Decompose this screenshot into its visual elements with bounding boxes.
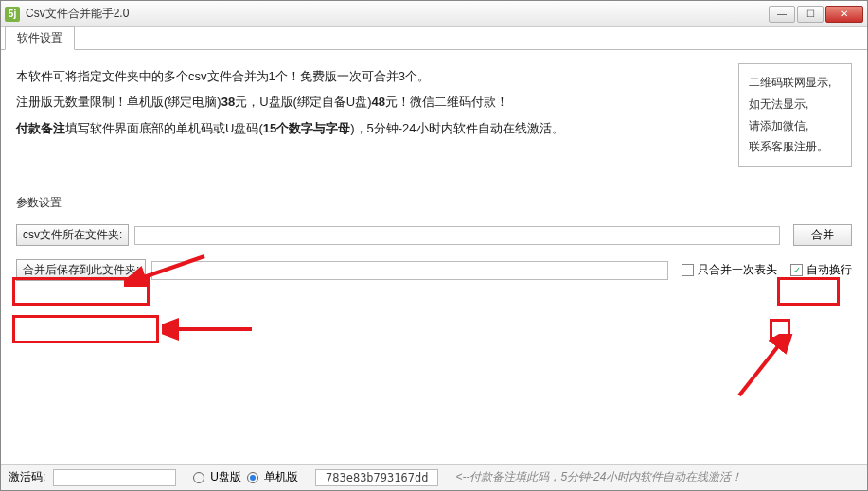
bottom-bar: 激活码: U盘版 单机版 783e83b793167dd <--付款备注填此码，…: [1, 464, 867, 490]
price-usb: 48: [372, 95, 385, 109]
svg-line-2: [739, 342, 782, 395]
tabstrip: 软件设置: [1, 27, 867, 50]
qr-line-2: 如无法显示,: [749, 94, 841, 115]
arrow-to-dest: [162, 315, 257, 343]
source-folder-input[interactable]: [134, 226, 780, 245]
dest-folder-row: 合并后保存到此文件夹: 只合并一次表头 自动换行: [16, 259, 852, 281]
only-header-checkbox[interactable]: [682, 264, 694, 276]
qr-line-1: 二维码联网显示,: [749, 72, 841, 94]
minimize-button[interactable]: —: [769, 6, 795, 23]
only-header-group: 只合并一次表头: [682, 262, 777, 278]
params-section-label: 参数设置: [16, 195, 852, 211]
highlight-source-button: [12, 277, 150, 306]
merge-button[interactable]: 合并: [793, 224, 852, 246]
radio-usb[interactable]: [193, 472, 204, 483]
radio-single[interactable]: [247, 472, 258, 483]
machine-code-display: 783e83b793167dd: [315, 469, 438, 486]
desc-line-3: 付款备注填写软件界面底部的单机码或U盘码(15个数字与字母)，5分钟-24小时内…: [16, 115, 723, 141]
version-radio-group: U盘版 单机版: [193, 469, 298, 485]
highlight-merge-button: [777, 277, 840, 306]
radio-usb-label: U盘版: [210, 469, 241, 485]
arrow-to-autowrap: [730, 334, 806, 400]
source-folder-button[interactable]: csv文件所在文件夹:: [16, 224, 129, 246]
highlight-auto-wrap: [770, 319, 790, 340]
price-single: 38: [221, 95, 235, 109]
auto-wrap-checkbox[interactable]: [790, 264, 803, 276]
maximize-button[interactable]: ☐: [797, 6, 824, 23]
titlebar: 5j Csv文件合并能手2.0 — ☐ ✕: [1, 1, 867, 27]
radio-single-label: 单机版: [264, 469, 298, 485]
activation-label: 激活码:: [9, 469, 45, 485]
qr-message-box: 二维码联网显示, 如无法显示, 请添加微信, 联系客服注册。: [738, 63, 852, 167]
dest-folder-button[interactable]: 合并后保存到此文件夹:: [16, 259, 146, 281]
close-button[interactable]: ✕: [825, 6, 863, 23]
highlight-dest-button: [12, 315, 159, 343]
only-header-label: 只合并一次表头: [698, 262, 777, 278]
activation-code-input[interactable]: [53, 469, 176, 486]
app-window: 5j Csv文件合并能手2.0 — ☐ ✕ 软件设置 本软件可将指定文件夹中的多…: [0, 0, 868, 491]
auto-wrap-label: 自动换行: [806, 262, 852, 278]
auto-wrap-group: 自动换行: [790, 262, 852, 278]
top-row: 本软件可将指定文件夹中的多个csv文件合并为1个！免费版一次可合并3个。 注册版…: [16, 63, 852, 167]
tab-settings[interactable]: 软件设置: [5, 26, 75, 50]
qr-line-3: 请添加微信,: [749, 115, 841, 137]
content-area: 本软件可将指定文件夹中的多个csv文件合并为1个！免费版一次可合并3个。 注册版…: [1, 50, 867, 464]
window-controls: — ☐ ✕: [769, 6, 863, 23]
description-text: 本软件可将指定文件夹中的多个csv文件合并为1个！免费版一次可合并3个。 注册版…: [16, 63, 723, 141]
qr-line-4: 联系客服注册。: [749, 136, 841, 158]
desc-line-2: 注册版无数量限制！单机版(绑定电脑)38元，U盘版(绑定自备U盘)48元！微信二…: [16, 89, 723, 114]
activation-hint: <--付款备注填此码，5分钟-24小时内软件自动在线激活！: [455, 469, 742, 485]
window-title: Csv文件合并能手2.0: [26, 6, 769, 22]
desc-line-1: 本软件可将指定文件夹中的多个csv文件合并为1个！免费版一次可合并3个。: [16, 63, 723, 89]
source-folder-row: csv文件所在文件夹: 合并: [16, 224, 852, 246]
app-icon: 5j: [5, 7, 20, 22]
dest-folder-input[interactable]: [151, 261, 668, 280]
